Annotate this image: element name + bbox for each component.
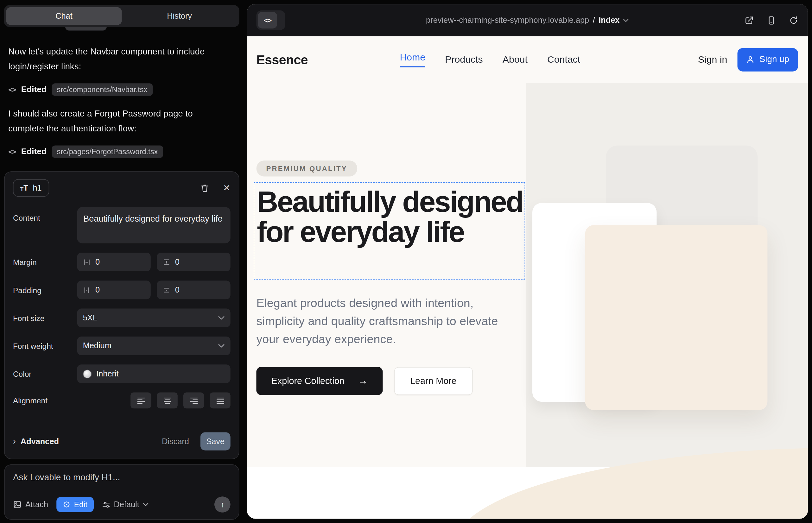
arrow-up-icon: ↑ (220, 500, 224, 509)
font-size-select[interactable]: 5XL (77, 309, 231, 327)
preview-actions (744, 15, 799, 25)
font-weight-select[interactable]: Medium (77, 337, 231, 355)
site-navbar: Essence Home Products About Contact Sign… (247, 36, 808, 83)
hero-description: Elegant products designed with intention… (256, 294, 505, 348)
margin-horizontal-icon (83, 258, 91, 266)
edited-label: Edited (21, 147, 47, 156)
chevron-down-icon (218, 344, 225, 348)
model-selector[interactable]: Default (102, 500, 148, 509)
chat-composer: Ask Lovable to modify H1... Attach Edit … (4, 465, 239, 520)
delete-element-button[interactable] (200, 183, 210, 193)
sign-up-button[interactable]: Sign up (738, 48, 798, 71)
align-right-icon (189, 397, 198, 404)
arrow-right-icon: → (358, 376, 368, 387)
alignment-label: Alignment (13, 396, 74, 405)
align-justify-button[interactable] (210, 392, 230, 409)
composer-toolbar: Attach Edit Default ↑ (13, 497, 231, 512)
site-logo[interactable]: Essence (256, 52, 307, 67)
chat-input[interactable]: Ask Lovable to modify H1... (13, 473, 231, 483)
send-button[interactable]: ↑ (214, 497, 231, 512)
chevron-down-icon (218, 315, 225, 320)
explore-collection-button[interactable]: Explore Collection → (256, 367, 383, 395)
lovable-app: Chat History Now let's update the Navbar… (0, 0, 812, 523)
editor-footer: › Advanced Discard Save (13, 432, 231, 450)
sign-in-link[interactable]: Sign in (698, 54, 727, 65)
close-editor-button[interactable]: ✕ (223, 182, 230, 193)
decor-card-beige (585, 225, 768, 410)
hero-headline[interactable]: Beautifully designed for everyday life (254, 183, 525, 247)
url-page: index (599, 16, 619, 25)
edited-file-row[interactable]: <> Edited src/pages/ForgotPassword.tsx (8, 145, 230, 159)
edit-mode-button[interactable]: Edit (56, 497, 94, 512)
padding-vertical-input[interactable]: 0 (157, 281, 230, 299)
tab-history[interactable]: History (122, 7, 237, 25)
discard-button[interactable]: Discard (162, 437, 189, 446)
align-center-button[interactable] (157, 392, 177, 409)
url-separator: / (593, 16, 595, 25)
font-weight-label: Font weight (13, 341, 74, 350)
panel-tabs: Chat History (4, 5, 239, 27)
editor-form: Content Beautifully designed for everyda… (13, 207, 231, 409)
mobile-view-button[interactable] (766, 15, 776, 25)
edited-file-row[interactable]: <> Edited src/components/Navbar.tsx (8, 83, 230, 96)
selected-element-pill[interactable]: TT h1 (13, 179, 49, 197)
align-left-icon (137, 397, 145, 404)
premium-quality-badge: PREMIUM QUALITY (256, 161, 357, 177)
align-center-icon (163, 397, 172, 404)
open-in-new-tab-button[interactable] (744, 15, 754, 25)
content-input[interactable]: Beautifully designed for everyday life (77, 207, 231, 243)
typography-icon: TT (20, 184, 28, 192)
user-icon (746, 55, 755, 64)
margin-vertical-input[interactable]: 0 (157, 253, 230, 271)
attach-image-icon (13, 500, 22, 509)
advanced-toggle[interactable]: › Advanced (13, 436, 59, 447)
padding-label: Padding (13, 286, 74, 294)
site-preview: Essence Home Products About Contact Sign… (247, 36, 808, 519)
font-size-label: Font size (13, 313, 74, 322)
edit-target-icon (63, 501, 71, 508)
color-select[interactable]: Inherit (77, 364, 231, 383)
align-justify-icon (216, 397, 225, 404)
selected-element-tag: h1 (33, 183, 41, 193)
preview-window: <> preview--charming-site-symphony.lovab… (247, 4, 808, 519)
url-bar[interactable]: preview--charming-site-symphony.lovable.… (426, 16, 629, 25)
nav-products[interactable]: Products (445, 54, 483, 65)
trash-icon (200, 183, 210, 193)
editor-header: TT h1 ✕ (13, 179, 231, 197)
preview-toolbar: <> preview--charming-site-symphony.lovab… (247, 4, 808, 36)
align-right-button[interactable] (183, 392, 204, 409)
color-label: Color (13, 369, 74, 378)
padding-horizontal-input[interactable]: 0 (77, 281, 151, 299)
margin-label: Margin (13, 258, 74, 267)
sliders-icon (102, 500, 110, 508)
nav-about[interactable]: About (502, 54, 528, 65)
hero-cta-row: Explore Collection → Learn More (256, 367, 473, 395)
margin-horizontal-input[interactable]: 0 (77, 253, 151, 271)
attach-button[interactable]: Attach (13, 500, 48, 509)
tab-chat[interactable]: Chat (6, 7, 122, 25)
chevron-down-icon (623, 18, 629, 22)
nav-home[interactable]: Home (400, 52, 425, 68)
padding-horizontal-icon (83, 286, 91, 294)
site-nav-auth: Sign in Sign up (698, 48, 798, 71)
selected-element-outline[interactable]: Beautifully designed for everyday life (254, 182, 525, 279)
nav-contact[interactable]: Contact (547, 54, 580, 65)
save-button[interactable]: Save (200, 432, 231, 450)
alignment-buttons (77, 392, 231, 409)
assistant-message: I should also create a Forgot Password p… (8, 107, 215, 136)
margin-vertical-icon (162, 258, 170, 266)
code-icon: <> (8, 147, 16, 156)
url-host: preview--charming-site-symphony.lovable.… (426, 16, 589, 25)
refresh-icon (789, 15, 798, 25)
learn-more-button[interactable]: Learn More (394, 367, 473, 395)
smartphone-icon (766, 15, 776, 25)
edited-file-badge[interactable]: src/components/Navbar.tsx (52, 83, 153, 96)
color-swatch (83, 369, 92, 378)
code-view-toggle[interactable]: <> (256, 11, 285, 30)
align-left-button[interactable] (130, 392, 151, 409)
external-link-icon (744, 15, 754, 25)
code-icon: <> (258, 12, 277, 29)
refresh-button[interactable] (789, 15, 798, 25)
edited-file-badge[interactable]: src/pages/ForgotPassword.tsx (52, 145, 163, 158)
site-nav-links: Home Products About Contact (400, 52, 580, 68)
